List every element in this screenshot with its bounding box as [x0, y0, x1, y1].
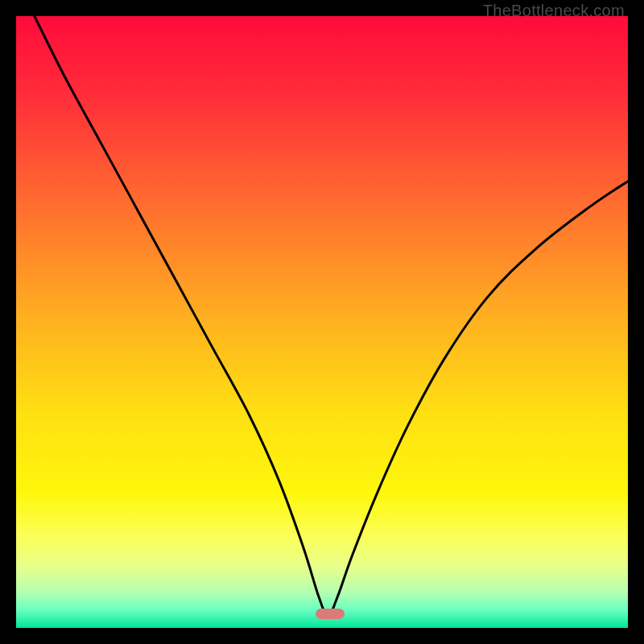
- bottleneck-curve: [16, 16, 628, 628]
- chart-frame: TheBottleneck.com: [0, 0, 644, 644]
- optimum-marker: [316, 609, 345, 619]
- plot-area: [16, 16, 628, 628]
